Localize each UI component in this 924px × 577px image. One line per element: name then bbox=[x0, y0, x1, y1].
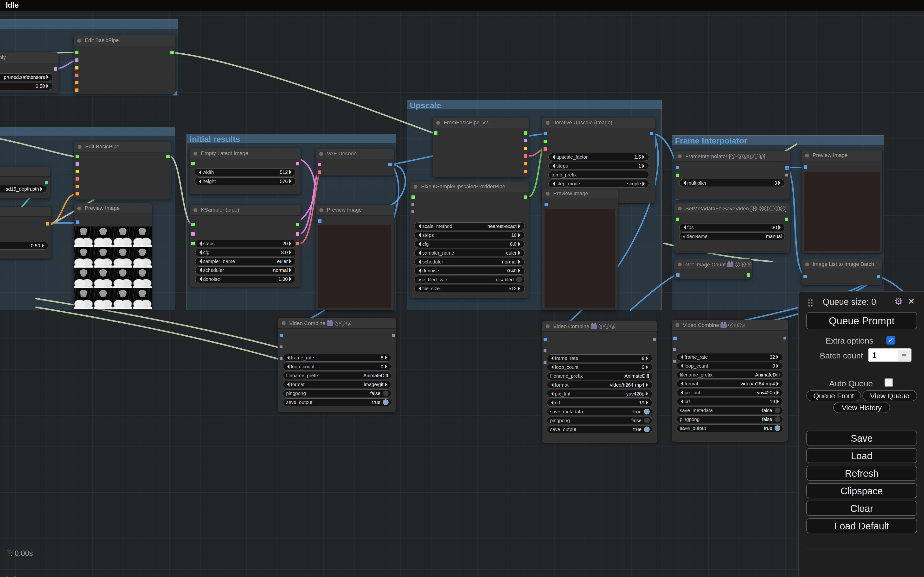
decrement-arrow[interactable] bbox=[549, 383, 553, 387]
widget-save-metadata[interactable]: save_metadata true bbox=[547, 408, 652, 416]
collapse-dot[interactable] bbox=[678, 263, 682, 266]
output-slot-latent[interactable] bbox=[296, 162, 299, 165]
collapse-dot[interactable] bbox=[805, 154, 809, 158]
widget-pix-fmt[interactable]: pix_fmt yuv420p bbox=[547, 390, 652, 398]
input-slot-negative[interactable] bbox=[75, 89, 78, 92]
decrement-arrow[interactable] bbox=[417, 224, 421, 228]
collapse-dot[interactable] bbox=[546, 324, 549, 328]
increment-arrow[interactable] bbox=[646, 383, 650, 387]
widget-format[interactable]: format image/gif bbox=[283, 380, 391, 388]
input-slot-vae[interactable] bbox=[318, 171, 321, 174]
spinner[interactable] bbox=[898, 350, 910, 361]
decrement-arrow[interactable] bbox=[551, 182, 555, 186]
node-video-combine-1[interactable]: Video Combine ⓋⒽⓈ frame_rate 8 loop_coun… bbox=[278, 318, 396, 412]
increment-arrow[interactable] bbox=[777, 355, 781, 359]
decrement-arrow[interactable] bbox=[679, 364, 683, 368]
output-slot-filenames[interactable] bbox=[783, 337, 787, 340]
collapse-dot[interactable] bbox=[194, 208, 197, 212]
input-slot-negative[interactable] bbox=[76, 192, 79, 195]
increment-arrow[interactable] bbox=[289, 242, 294, 246]
input-slot-basic-pipe[interactable] bbox=[412, 195, 415, 199]
input-slot-samples[interactable] bbox=[318, 163, 321, 166]
decrement-arrow[interactable] bbox=[197, 179, 201, 184]
widget-pingpong[interactable]: pingpong false bbox=[283, 390, 391, 397]
collapse-dot[interactable] bbox=[805, 263, 809, 266]
toggle-off[interactable] bbox=[383, 390, 389, 396]
output-slot-image[interactable] bbox=[650, 132, 653, 135]
output-slot-vae[interactable] bbox=[524, 154, 527, 158]
node-preview-image-left[interactable]: Preview Image bbox=[74, 203, 152, 309]
gear-icon[interactable]: ⚙ bbox=[894, 296, 903, 306]
input-slot-images[interactable] bbox=[804, 165, 807, 169]
input-slot-basic-pipe[interactable] bbox=[434, 131, 438, 135]
decrement-arrow[interactable] bbox=[551, 164, 555, 168]
auto-queue-checkbox[interactable] bbox=[885, 378, 893, 387]
input-slot-clip[interactable] bbox=[76, 170, 79, 173]
toggle-off[interactable] bbox=[775, 416, 780, 422]
output-slot-conditioning[interactable] bbox=[46, 222, 49, 226]
widget-save-metadata[interactable]: save_metadata false bbox=[677, 406, 783, 414]
node-get-image-count[interactable]: Get Image Count ⓋⒽⓈ bbox=[674, 259, 752, 279]
input-slot-metadata[interactable] bbox=[676, 218, 679, 221]
widget-fps[interactable]: fps 30 bbox=[679, 224, 785, 231]
decrement-arrow[interactable] bbox=[549, 365, 553, 369]
clear-button[interactable]: Clear bbox=[806, 501, 917, 516]
toggle-off[interactable] bbox=[516, 277, 522, 282]
increment-arrow[interactable] bbox=[777, 390, 781, 395]
node-checkpoint-loader-partial[interactable]: nly pruned.safetensors 0.50 bbox=[0, 52, 58, 93]
collapse-dot[interactable] bbox=[546, 192, 549, 196]
input-slot-images[interactable] bbox=[279, 334, 283, 337]
decrement-arrow[interactable] bbox=[285, 356, 289, 360]
collapse-dot[interactable] bbox=[678, 206, 682, 210]
increment-arrow[interactable] bbox=[289, 179, 294, 184]
output-slot-filenames[interactable] bbox=[653, 338, 656, 341]
decrement-arrow[interactable] bbox=[285, 382, 289, 387]
decrement-arrow[interactable] bbox=[679, 382, 683, 386]
increment-arrow[interactable] bbox=[518, 242, 522, 246]
extra-options-checkbox[interactable]: ✓ bbox=[887, 336, 895, 345]
widget-frame-rate[interactable]: frame_rate 32 bbox=[677, 353, 783, 361]
increment-arrow[interactable] bbox=[518, 233, 522, 237]
widget-steps[interactable]: steps 1 bbox=[548, 162, 649, 170]
widget-tile-size[interactable]: tile_size 512 bbox=[414, 285, 525, 292]
widget-denoise[interactable]: denoise 0.40 bbox=[414, 267, 525, 274]
input-slot-audio[interactable] bbox=[544, 349, 546, 352]
increment-arrow[interactable] bbox=[518, 251, 522, 255]
input-slot-images[interactable] bbox=[76, 221, 79, 224]
decrement-arrow[interactable] bbox=[549, 392, 553, 396]
widget-crf[interactable]: crf 19 bbox=[547, 399, 652, 406]
increment-arrow[interactable] bbox=[385, 364, 389, 369]
increment-arrow[interactable] bbox=[646, 392, 650, 396]
node-frombasicpipe-v2[interactable]: FromBasicPipe_v2 bbox=[433, 118, 529, 177]
node-edit-basicpipe-1[interactable]: Edit BasicPipe bbox=[74, 35, 175, 94]
queue-front-button[interactable]: Queue Front bbox=[806, 390, 861, 401]
refresh-button[interactable]: Refresh bbox=[806, 466, 917, 480]
increment-arrow[interactable] bbox=[289, 170, 294, 174]
widget-filename-prefix[interactable]: filename_prefix AnimateDiff bbox=[547, 372, 652, 380]
decrement-arrow[interactable] bbox=[197, 268, 202, 272]
decrement-arrow[interactable] bbox=[682, 225, 686, 230]
batch-count-input[interactable]: 1 bbox=[868, 348, 911, 362]
increment-arrow[interactable] bbox=[779, 225, 783, 230]
save-button[interactable]: Save bbox=[806, 430, 917, 445]
widget-multiplier[interactable]: multiplier 3 bbox=[679, 179, 785, 187]
input-slot-batch[interactable] bbox=[191, 162, 195, 165]
widget-height[interactable]: height 576 bbox=[195, 177, 296, 185]
node-controlnet-loader-partial[interactable]: sd15_depth.pth bbox=[0, 167, 50, 198]
input-slot-images[interactable] bbox=[318, 219, 321, 222]
collapse-dot[interactable] bbox=[77, 39, 81, 43]
output-slot-latent[interactable] bbox=[296, 232, 299, 235]
input-slot-basic-pipe[interactable] bbox=[191, 223, 195, 226]
widget-cfg[interactable]: cfg 8.0 bbox=[195, 248, 296, 256]
graph-canvas[interactable]: initial results Upscale Frame Interpolat… bbox=[0, 0, 924, 577]
decrement-arrow[interactable] bbox=[197, 242, 202, 246]
collapse-dot[interactable] bbox=[319, 208, 323, 212]
view-history-button[interactable]: View History bbox=[833, 402, 890, 413]
widget-cfg[interactable]: cfg 8.0 bbox=[414, 240, 525, 248]
increment-arrow[interactable] bbox=[42, 243, 46, 248]
queue-prompt-button[interactable]: Queue Prompt bbox=[806, 312, 917, 329]
input-slot-basic-pipe[interactable] bbox=[75, 51, 78, 54]
decrement-arrow[interactable] bbox=[679, 390, 683, 395]
output-slot-basic-pipe[interactable] bbox=[170, 51, 174, 54]
input-slot-images[interactable] bbox=[803, 275, 807, 278]
